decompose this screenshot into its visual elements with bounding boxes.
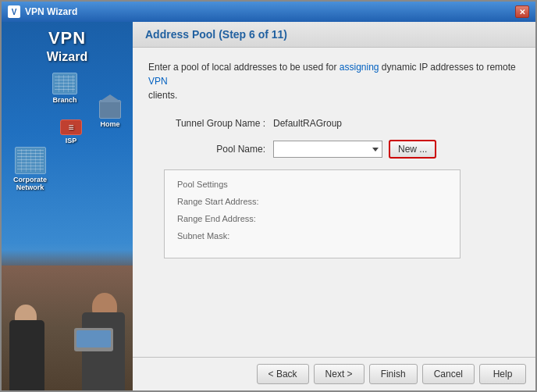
pool-settings-title: Pool Settings: [177, 180, 447, 189]
desc-highlight1: assigning: [340, 62, 379, 73]
step-header: Address Pool (Step 6 of 11): [133, 22, 535, 48]
corporate-node: CorporateNetwork: [13, 147, 47, 191]
person1-body: [9, 320, 44, 390]
desc-line3: clients.: [148, 90, 177, 101]
people-silhouette: [2, 265, 133, 390]
window-title: VPN Wizard: [25, 6, 77, 17]
content-panel: Address Pool (Step 6 of 11) Enter a pool…: [133, 22, 535, 390]
home-label: Home: [100, 120, 119, 128]
title-bar-left: V VPN Wizard: [8, 5, 77, 18]
pool-settings-box: Pool Settings Range Start Address: Range…: [164, 169, 461, 258]
branch-node: Branch: [52, 73, 77, 104]
sidebar-photo-area: [2, 250, 133, 390]
vpn-wizard-window: V VPN Wizard ✕ VPN Wizard Branch ISP: [0, 0, 537, 392]
home-building-icon: [99, 100, 121, 119]
desc-line2: dynamic IP addresses to remote: [379, 62, 516, 73]
corporate-building-icon: [15, 147, 46, 174]
isp-router-icon: [60, 119, 82, 135]
description-text: Enter a pool of local addresses to be us…: [148, 60, 520, 102]
pool-name-label: Pool Name:: [148, 144, 273, 155]
footer: < Back Next > Finish Cancel Help: [133, 357, 535, 390]
range-end-field: Range End Address:: [177, 214, 447, 223]
isp-label: ISP: [66, 137, 77, 144]
finish-button[interactable]: Finish: [369, 364, 418, 384]
title-bar: V VPN Wizard ✕: [2, 2, 535, 22]
sidebar: VPN Wizard Branch ISP Home: [2, 22, 133, 390]
laptop: [74, 328, 113, 351]
tunnel-group-row: Tunnel Group Name : DefaultRAGroup: [148, 118, 520, 129]
dropdown-arrow-icon: [372, 148, 379, 151]
help-button[interactable]: Help: [479, 364, 526, 384]
subnet-mask-field: Subnet Mask:: [177, 231, 447, 241]
sidebar-wizard-label: Wizard: [2, 50, 133, 64]
range-start-field: Range Start Address:: [177, 197, 447, 206]
cancel-button[interactable]: Cancel: [422, 364, 475, 384]
back-button[interactable]: < Back: [257, 364, 309, 384]
home-node: Home: [99, 100, 121, 128]
isp-node: ISP: [60, 119, 82, 144]
person1: [5, 297, 48, 390]
tunnel-group-label: Tunnel Group Name :: [148, 118, 273, 129]
branch-label: Branch: [52, 96, 76, 104]
branch-building-icon: [52, 73, 77, 94]
tunnel-group-value: DefaultRAGroup: [273, 118, 342, 129]
sidebar-vpn-label: VPN: [2, 28, 133, 48]
pool-name-dropdown[interactable]: [273, 141, 382, 158]
new-button[interactable]: New ...: [389, 140, 436, 159]
pool-name-wrapper: New ...: [273, 140, 436, 159]
corporate-label: CorporateNetwork: [13, 176, 47, 191]
pool-name-row: Pool Name: New ...: [148, 140, 520, 159]
close-button[interactable]: ✕: [515, 5, 529, 18]
title-bar-controls: ✕: [515, 5, 529, 18]
network-diagram: Branch ISP Home CorporateNetwork: [9, 73, 125, 229]
desc-line1: Enter a pool of local addresses to be us…: [148, 62, 340, 73]
step-title: Address Pool (Step 6 of 11): [145, 28, 287, 41]
next-button[interactable]: Next >: [314, 364, 365, 384]
desc-highlight2: VPN: [148, 76, 168, 87]
person2-body: [82, 312, 125, 390]
content-body: Enter a pool of local addresses to be us…: [133, 48, 535, 357]
vpn-window-icon: V: [8, 5, 20, 18]
main-content: VPN Wizard Branch ISP Home: [2, 22, 535, 390]
laptop-screen: [76, 330, 111, 347]
